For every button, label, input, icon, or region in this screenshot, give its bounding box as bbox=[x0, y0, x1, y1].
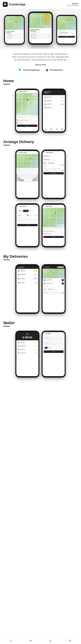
courier-type-order: Household bbox=[48, 289, 52, 290]
delivery-item-2: 📦 Medium Parcel Samantha Smith ● Pending… bbox=[16, 273, 38, 277]
android-badge: Android Application bbox=[18, 68, 40, 72]
wallet-underline bbox=[3, 326, 10, 326]
paypal-label: PayPal bbox=[48, 347, 51, 348]
hero-text-section: Experience seamless courier services wit… bbox=[0, 49, 81, 74]
hero-phone-center: Order ID 24521 Get your thingsDelivered!… bbox=[28, 12, 53, 45]
app-header: CourierApp Courier Pickup Drop App bbox=[0, 0, 81, 9]
sender-name-order: Samantha Smith bbox=[46, 283, 53, 284]
confirm-time: 5 hrs 15 mins bbox=[48, 162, 55, 164]
arrange-delivery-title: Arrange Delivery bbox=[3, 140, 78, 144]
android-label: Android Application bbox=[23, 69, 40, 71]
wallet-balance-amount: $ 350.50 bbox=[17, 336, 37, 339]
hero-phone-right: Pickup Location 🔍 Search Pickup Location… bbox=[56, 15, 77, 45]
confirm-receiver-addr: 128 State St, New York,NY 1005, United S… bbox=[43, 160, 64, 160]
hero-section: Get your thingsDelivered Small Parcel Me… bbox=[0, 9, 81, 49]
logo-group: CourierApp bbox=[3, 2, 25, 7]
home-phones: ‹ Pickup Location 📍 New Jersey Glen Park bbox=[3, 87, 78, 134]
my-deliveries-underline bbox=[3, 260, 10, 260]
enter-amount-label: Enter Amount to Add bbox=[45, 337, 63, 338]
home-phone-right: Get your thingsDelivered! Anything, Anyt… bbox=[42, 89, 66, 133]
arrange-delivery-phones: ‹ Pickup Location Walmart bbox=[3, 148, 78, 200]
proceed-payment-btn[interactable]: Proceed to Payment → bbox=[43, 172, 64, 174]
my-deliveries-title: My Deliveries bbox=[3, 254, 78, 259]
app-for-both-label: App for both bbox=[3, 64, 78, 66]
brand-name: Courier bbox=[67, 2, 78, 5]
confirm-courier-type: Household bbox=[60, 164, 64, 166]
apple-icon bbox=[45, 68, 49, 72]
wallet-phones: Wallet Current Balance $ 350.50 📦 Small … bbox=[3, 329, 78, 379]
wallet-screen-title: Wallet bbox=[17, 334, 37, 334]
brand-sub: Pickup Drop App bbox=[67, 5, 78, 6]
svg-point-8 bbox=[20, 70, 20, 70]
continue-btn-2[interactable]: Continue bbox=[43, 236, 64, 238]
confirm-distance: 26.2 km bbox=[43, 162, 47, 164]
delivery-item-4: 📦 Small Parcel Small address ● Delivered bbox=[16, 281, 38, 285]
confirm-hangar: Yes bbox=[63, 166, 64, 167]
wallet-overview-phone: Wallet Current Balance $ 350.50 📦 Small … bbox=[15, 331, 39, 378]
payment-method-label: Payment Method bbox=[45, 342, 63, 342]
special-note-order: Box containing Flower vase. Carry carefu… bbox=[43, 291, 64, 292]
confirm-sender-addr: 128 State St, New York,NY 1005, United S… bbox=[43, 156, 64, 157]
continue-btn[interactable]: Continue bbox=[17, 224, 38, 226]
confirm-special-note: Box containing flower vase. Carry carefu… bbox=[43, 168, 64, 169]
svg-point-7 bbox=[19, 70, 20, 70]
home-title: Home bbox=[3, 79, 78, 83]
order-detail-phone: Order ID 214521 📦 Out for Pickup bbox=[42, 264, 66, 314]
delivery-item-3: 📦 Large Parcel Large Parcel Address ● De… bbox=[16, 277, 38, 281]
select-btn[interactable]: Select bbox=[44, 350, 64, 353]
add-money-phone: ‹ Add Money Enter Amount to Add Amount P… bbox=[42, 331, 66, 378]
home-phone-left: ‹ Pickup Location 📍 New Jersey Glen Park bbox=[15, 89, 39, 133]
app-name: CourierApp bbox=[9, 2, 25, 6]
svg-point-2 bbox=[4, 5, 5, 6]
drop-location-header: Drop Location bbox=[46, 206, 52, 207]
home-section: Home ‹ Pickup Location bbox=[0, 74, 81, 138]
courier-detail-phones: ‹ Courier detail Courier type Standard H… bbox=[3, 202, 78, 249]
ios-badge: iOS Application bbox=[45, 68, 63, 72]
home-underline bbox=[3, 84, 10, 84]
confirm-details-header: Confirm Details bbox=[46, 152, 53, 153]
wallet-section: Wallet Wallet Current Balance $ 350.50 📦 bbox=[0, 320, 81, 383]
ios-label: iOS Application bbox=[50, 69, 63, 71]
arrange-delivery-section: Arrange Delivery ‹ Pickup Location bbox=[0, 138, 81, 253]
courier-detail-header: Courier detail bbox=[19, 206, 26, 207]
delivery-item-1: 📦 Small Parcel Emil Williamson ● Samanth… bbox=[16, 269, 38, 273]
wallet-title: Wallet bbox=[3, 321, 78, 325]
receiver-addr-order: 128 State St, New York,NY 1005, United S… bbox=[43, 286, 64, 287]
hangar-order: Yes bbox=[53, 289, 56, 290]
svg-line-6 bbox=[20, 68, 21, 69]
header-brand: Courier Pickup Drop App bbox=[67, 2, 78, 6]
confirm-charge: $ 8.60 bbox=[62, 170, 64, 171]
add-money-header: Add Money bbox=[46, 333, 51, 334]
my-deliveries-section: My Deliveries My Deliveries 📦 Small Parc… bbox=[0, 253, 81, 320]
deliveries-list-phone: My Deliveries 📦 Small Parcel Emil Willia… bbox=[15, 264, 39, 314]
courier-detail-phone: ‹ Courier detail Courier type Standard H… bbox=[15, 203, 39, 248]
hero-description: Experience seamless courier services wit… bbox=[12, 53, 69, 61]
drop-location-phone: ‹ Drop Location 6978 St. Marc's ChurchNe… bbox=[42, 203, 66, 248]
delivery-charge-order: $ 8.60 bbox=[62, 292, 64, 293]
arrange-phone-2: ‹ Confirm Details Sender Samantha Kerns … bbox=[42, 150, 66, 199]
arrange-delivery-underline bbox=[3, 145, 10, 146]
order-id-label: Order ID 214521 bbox=[44, 267, 50, 268]
android-icon bbox=[18, 68, 22, 72]
svg-rect-1 bbox=[5, 4, 6, 5]
my-deliveries-phones: My Deliveries 📦 Small Parcel Emil Willia… bbox=[3, 263, 78, 315]
arrange-phone-1: ‹ Pickup Location Walmart bbox=[15, 150, 39, 199]
logo-icon bbox=[3, 2, 8, 7]
svg-line-5 bbox=[19, 68, 19, 69]
svg-point-3 bbox=[5, 5, 6, 6]
platform-badges: Android Application iOS Application bbox=[3, 68, 78, 72]
distance-order: 26.2 km bbox=[43, 289, 46, 290]
hero-phone-left: Get your thingsDelivered Small Parcel Me… bbox=[4, 15, 25, 45]
my-deliveries-screen-title: My Deliveries bbox=[17, 266, 37, 268]
driver-role: Driver bbox=[46, 280, 61, 281]
receiver-name-order: Emil Williamson bbox=[43, 286, 64, 286]
